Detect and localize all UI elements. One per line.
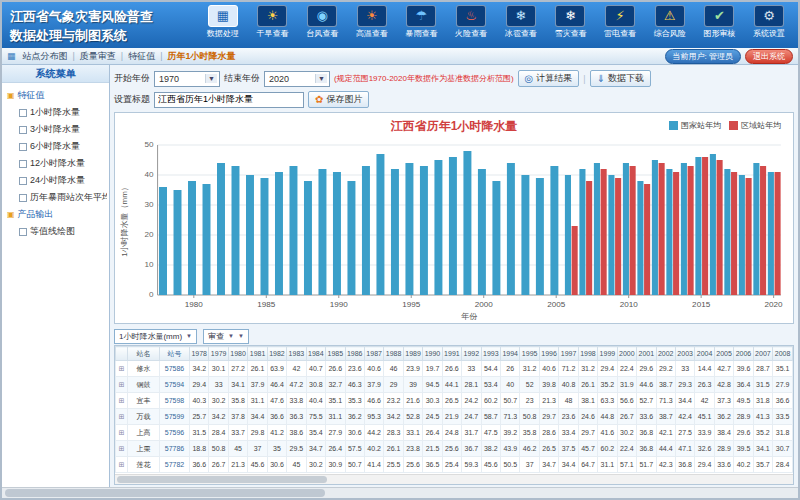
value-cell: 40.3 [190,393,209,409]
year-column-header: 1979 [209,347,228,361]
chart-title-input[interactable] [154,92,304,108]
value-cell: 95.3 [364,409,383,425]
value-cell: 36.2 [714,409,733,425]
checkbox-icon[interactable] [19,228,27,236]
logout-button[interactable]: 退出系统 [745,49,793,64]
expand-icon[interactable]: ⊞ [119,397,125,404]
table-row[interactable]: ⊞上栗5778618.850.845373529.534.726.457.540… [116,441,793,457]
expand-icon[interactable]: ⊞ [119,445,125,452]
value-cell: 36.2 [345,409,364,425]
toolbar-item-label: 综合风险 [646,28,693,39]
year-column-header: 1990 [423,347,442,361]
save-image-button[interactable]: ✿ 保存图片 [308,91,369,108]
calculate-button[interactable]: ◎ 计算结果 [518,70,580,87]
expand-icon[interactable]: ⊞ [119,461,125,468]
toolbar-item-2[interactable]: ◉台风查看 [299,4,346,39]
value-cell: 29.5 [287,441,306,457]
station-name-cell: 修水 [128,361,160,377]
value-cell: 53.4 [481,377,500,393]
value-cell: 50.8 [209,441,228,457]
value-cell: 60.2 [481,393,500,409]
tab-1[interactable]: 质量审查 [75,51,121,61]
sidebar-group-0[interactable]: ▣特征值 [7,87,107,104]
checkbox-icon[interactable] [19,109,27,117]
table-horizontal-scrollbar[interactable] [115,474,793,484]
svg-text:2005: 2005 [547,300,566,309]
checkbox-icon[interactable] [19,126,27,134]
element-filter-select[interactable]: 1小时降水量(mm) ▼ [114,329,197,344]
sidebar-item-0-0[interactable]: 1小时降水量 [7,104,107,121]
value-cell: 26.5 [539,441,558,457]
expand-icon[interactable]: ⊞ [119,381,125,388]
station-id-cell: 57596 [160,425,190,441]
value-cell: 29.6 [637,361,656,377]
value-cell: 30.3 [423,393,442,409]
checkbox-icon[interactable] [19,177,27,185]
scrollbar-thumb[interactable] [5,489,325,497]
expand-icon[interactable]: ⊞ [119,429,125,436]
toolbar-item-7[interactable]: ❄雪灾查看 [547,4,594,39]
toolbar-item-1[interactable]: ☀干旱查看 [249,4,296,39]
value-cell: 26.1 [248,361,267,377]
sidebar-item-0-5[interactable]: 历年暴雨站次年平均降水量 [7,189,107,206]
value-cell: 33 [675,361,694,377]
weather-module-icon: ⚠ [655,5,685,27]
start-year-select[interactable]: 1970 ▼ [154,71,220,87]
value-cell: 36.7 [462,441,481,457]
expand-icon[interactable]: ⊞ [119,413,125,420]
checkbox-icon[interactable] [19,160,27,168]
tab-3[interactable]: 历年1小时降水量 [163,51,241,61]
sidebar-item-0-1[interactable]: 3小时降水量 [7,121,107,138]
toolbar-item-5[interactable]: ♨火险查看 [448,4,495,39]
value-cell: 14.4 [695,361,714,377]
value-cell: 50.7 [345,457,364,473]
value-cell: 50.5 [501,457,520,473]
table-row[interactable]: ⊞莲花5778236.626.721.345.630.64530.230.950… [116,457,793,473]
checkbox-icon[interactable] [19,194,27,202]
tab-0[interactable]: 站点分布图 [18,51,73,61]
expand-icon[interactable]: ⊞ [119,365,125,372]
table-row[interactable]: ⊞万载5759925.734.237.834.436.636.375.531.1… [116,409,793,425]
scrollbar-thumb[interactable] [117,476,327,483]
value-cell: 25.4 [442,457,461,473]
sidebar-item-0-2[interactable]: 6小时降水量 [7,138,107,155]
current-user-badge[interactable]: 当前用户: 管理员 [665,49,741,64]
table-row[interactable]: ⊞上高5759631.528.433.729.841.238.635.427.9… [116,425,793,441]
toolbar-item-3[interactable]: ☀高温查看 [348,4,395,39]
toolbar-item-4[interactable]: ☂暴雨查看 [398,4,445,39]
sidebar-item-0-3[interactable]: 12小时降水量 [7,155,107,172]
value-cell: 32.6 [695,441,714,457]
toolbar-item-11[interactable]: ⚙系统设置 [746,4,793,39]
table-row[interactable]: ⊞修水5758634.230.127.226.163.94240.726.623… [116,361,793,377]
toolbar-item-10[interactable]: ✔图形审核 [696,4,743,39]
value-cell: 42.4 [675,409,694,425]
value-cell: 24.7 [462,409,481,425]
end-year-select[interactable]: 2020 ▼ [264,71,330,87]
year-column-header: 1989 [403,347,422,361]
checkbox-icon[interactable] [19,143,27,151]
toolbar-item-9[interactable]: ⚠综合风险 [646,4,693,39]
range-note: (规定范围1970-2020年数据作为基准数据分析范围) [334,73,514,84]
toolbar-item-0[interactable]: ▦数据处理 [199,4,246,39]
year-column-header: 2005 [714,347,733,361]
review-filter-select[interactable]: 审查 ▼ ▼ [203,329,249,344]
station-name-cell: 上高 [128,425,160,441]
table-row[interactable]: ⊞宜丰5759840.330.235.831.147.633.840.435.1… [116,393,793,409]
download-button[interactable]: ⇓ 数据下载 [590,70,651,87]
toolbar-item-6[interactable]: ❄冰雹查看 [497,4,544,39]
sidebar-item-1-0[interactable]: 等值线绘图 [7,223,107,240]
value-cell: 26.7 [209,457,228,473]
value-cell: 31.7 [462,425,481,441]
value-cell: 18.8 [190,441,209,457]
toolbar-item-8[interactable]: ⚡雷电查看 [597,4,644,39]
weather-module-icon: ☀ [357,5,387,27]
sidebar-group-1[interactable]: ▣产品输出 [7,206,107,223]
value-cell: 42 [695,393,714,409]
year-column-header: 1982 [267,347,286,361]
svg-text:20: 20 [144,231,154,240]
value-cell: 34.1 [228,377,247,393]
table-row[interactable]: ⊞铜鼓5759429.43334.137.946.447.230.832.746… [116,377,793,393]
sidebar-item-0-4[interactable]: 24小时降水量 [7,172,107,189]
tab-2[interactable]: 特征值 [123,51,160,61]
window-horizontal-scrollbar[interactable] [2,487,798,498]
